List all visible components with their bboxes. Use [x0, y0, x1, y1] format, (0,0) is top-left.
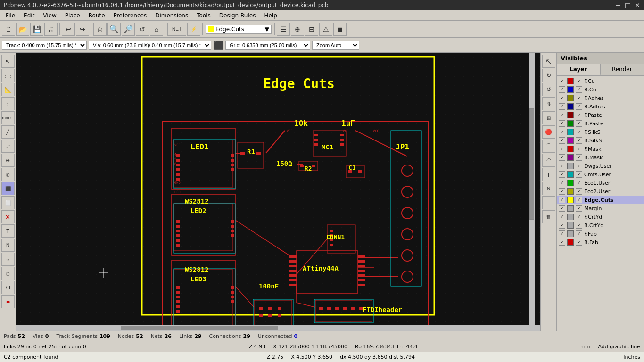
- dimension-tool[interactable]: N: [1, 239, 15, 252]
- layer-vis-icon[interactable]: ✓: [559, 205, 565, 212]
- maximize-button[interactable]: □: [625, 0, 631, 10]
- layer-vis-icon[interactable]: ✓: [559, 239, 565, 246]
- arrow-tool[interactable]: ↖: [542, 55, 555, 68]
- layer-vis-icon[interactable]: ✓: [559, 163, 565, 169]
- layer-row-b-fab[interactable]: ✓✓B.Fab: [557, 238, 644, 247]
- layer-render-icon[interactable]: ✓: [576, 95, 582, 101]
- zoom-in-button[interactable]: 🔎: [122, 23, 135, 36]
- layer-render-icon[interactable]: ✓: [576, 205, 582, 212]
- layer-vis-icon[interactable]: ✓: [559, 214, 565, 220]
- pad-tool[interactable]: ✱: [1, 295, 15, 308]
- via-tool[interactable]: ◎: [1, 168, 15, 181]
- tab-render[interactable]: Render: [601, 64, 644, 75]
- layer-row-f-paste[interactable]: ✓✓F.Paste: [557, 111, 644, 119]
- menu-item-tools[interactable]: Tools: [193, 11, 215, 20]
- photo-button[interactable]: ◼: [333, 23, 347, 36]
- layer-render-icon[interactable]: ✓: [576, 197, 582, 203]
- layer-render-icon[interactable]: ✓: [576, 239, 582, 246]
- menu-item-dimensions[interactable]: Dimensions: [151, 11, 192, 20]
- line2-tool[interactable]: —: [542, 196, 555, 209]
- layer-row-eco2-user[interactable]: ✓✓Eco2.User: [557, 187, 644, 196]
- layer-vis-icon[interactable]: ✓: [559, 146, 565, 152]
- layer-vis-icon[interactable]: ✓: [559, 188, 565, 195]
- fit-button[interactable]: ⌂: [150, 23, 163, 36]
- layer-render-icon[interactable]: ✓: [576, 112, 582, 118]
- layer-vis-icon[interactable]: ✓: [559, 171, 565, 178]
- rotate-cw-tool[interactable]: ↻: [542, 69, 555, 82]
- layer-vis-icon[interactable]: ✓: [559, 197, 565, 203]
- 3d-button[interactable]: ⊟: [305, 23, 318, 36]
- flip-tool[interactable]: ⇅: [542, 97, 555, 110]
- undo-button[interactable]: ↩: [62, 23, 75, 36]
- inspect-tool[interactable]: ⋮⋮: [1, 69, 15, 82]
- layer-vis-icon[interactable]: ✓: [559, 86, 565, 93]
- text2-tool[interactable]: T: [542, 168, 555, 181]
- zoom-out-button[interactable]: 🔍: [107, 23, 121, 36]
- horizontal-scrollbar[interactable]: [16, 325, 540, 331]
- layer-row-b-adhes[interactable]: ✓✓B.Adhes: [557, 102, 644, 111]
- layer-row-b-cu[interactable]: ✓✓B.Cu: [557, 85, 644, 94]
- layer-vis-icon[interactable]: ✓: [559, 78, 565, 84]
- curve-tool[interactable]: ⌒: [542, 140, 555, 153]
- layer-vis-icon[interactable]: ✓: [559, 103, 565, 110]
- route-track-tool[interactable]: ╱: [1, 125, 15, 139]
- arc-tool[interactable]: ◠: [542, 154, 555, 167]
- tab-layer[interactable]: Layer: [557, 64, 601, 75]
- minimize-button[interactable]: −: [615, 0, 621, 10]
- print2-button[interactable]: ⎙: [93, 23, 107, 36]
- layer-row-margin[interactable]: ✓✓Margin: [557, 204, 644, 213]
- drc-button[interactable]: ☰: [277, 23, 290, 36]
- ratsnest-button[interactable]: ⚡: [187, 23, 200, 36]
- select-tool[interactable]: ↖: [1, 55, 15, 68]
- layer-render-icon[interactable]: ✓: [576, 86, 582, 93]
- layer-render-icon[interactable]: ✓: [576, 188, 582, 195]
- layer-selector[interactable]: Edge.Cuts ▼: [206, 25, 272, 34]
- layer-row-b-crtyd[interactable]: ✓✓B.CrtYd: [557, 221, 644, 230]
- layer-row-f-mask[interactable]: ✓✓F.Mask: [557, 145, 644, 153]
- text-tool[interactable]: T: [1, 224, 15, 238]
- layer-row-f-fab[interactable]: ✓✓F.Fab: [557, 230, 644, 238]
- layer-render-icon[interactable]: ✓: [576, 180, 582, 186]
- layer-vis-icon[interactable]: ✓: [559, 137, 565, 144]
- zoom-select[interactable]: Zoom Auto: [312, 41, 359, 50]
- titlebar-controls[interactable]: − □ ✕: [615, 0, 640, 10]
- coord-tool[interactable]: mm↔: [1, 111, 15, 124]
- delete-tool[interactable]: ✕: [1, 210, 15, 223]
- grid2-tool[interactable]: ⊞: [542, 111, 555, 124]
- grid-select[interactable]: Grid: 0.6350 mm (25.00 mils): [225, 41, 310, 50]
- scratchpad-tool[interactable]: ⛙: [1, 281, 15, 294]
- dim-tool[interactable]: N: [542, 182, 555, 195]
- component-tool[interactable]: ⊕: [1, 154, 15, 167]
- vertical-scrollbar[interactable]: [529, 53, 535, 331]
- layer-row-cmts-user[interactable]: ✓✓Cmts.User: [557, 170, 644, 179]
- layer-vis-icon[interactable]: ✓: [559, 230, 565, 237]
- layer-vis-icon[interactable]: ✓: [559, 222, 565, 229]
- menu-item-help[interactable]: Help: [260, 11, 281, 20]
- layer-render-icon[interactable]: ✓: [576, 103, 582, 110]
- line-tool[interactable]: ↔: [1, 253, 15, 266]
- horizontal-scrollbar-thumb[interactable]: [121, 326, 278, 330]
- layer-render-icon[interactable]: ✓: [576, 120, 582, 127]
- open-button[interactable]: 📂: [16, 23, 29, 36]
- layer-render-icon[interactable]: ✓: [576, 129, 582, 135]
- setup-button[interactable]: ⊕: [291, 23, 304, 36]
- via-select[interactable]: Via: 0.60 mm (23.6 mils)/ 0.40 mm (15.7 …: [89, 41, 211, 50]
- trash-tool[interactable]: 🗑: [542, 210, 555, 223]
- close-button[interactable]: ✕: [635, 0, 640, 10]
- redo-button[interactable]: ↪: [76, 23, 89, 36]
- layer-render-icon[interactable]: ✓: [576, 230, 582, 237]
- menu-item-place[interactable]: Place: [61, 11, 84, 20]
- rotate-ccw-tool[interactable]: ↺: [542, 83, 555, 96]
- layer-row-f-crtyd[interactable]: ✓✓F.CrtYd: [557, 213, 644, 221]
- layer-vis-icon[interactable]: ✓: [559, 112, 565, 118]
- layer-render-icon[interactable]: ✓: [576, 78, 582, 84]
- layer-render-icon[interactable]: ✓: [576, 137, 582, 144]
- print-button[interactable]: 🖨: [44, 23, 58, 36]
- route-diff-tool[interactable]: ⇌: [1, 140, 15, 153]
- layer-row-f-silks[interactable]: ✓✓F.SilkS: [557, 128, 644, 136]
- measure-tool[interactable]: 📐: [1, 83, 15, 96]
- layer-row-f-cu[interactable]: ✓✓F.Cu: [557, 77, 644, 85]
- layer-render-icon[interactable]: ✓: [576, 163, 582, 169]
- layer-row-f-adhes[interactable]: ✓✓F.Adhes: [557, 94, 644, 102]
- track-select[interactable]: Track: 0.400 mm (15.75 mils) *: [2, 41, 87, 50]
